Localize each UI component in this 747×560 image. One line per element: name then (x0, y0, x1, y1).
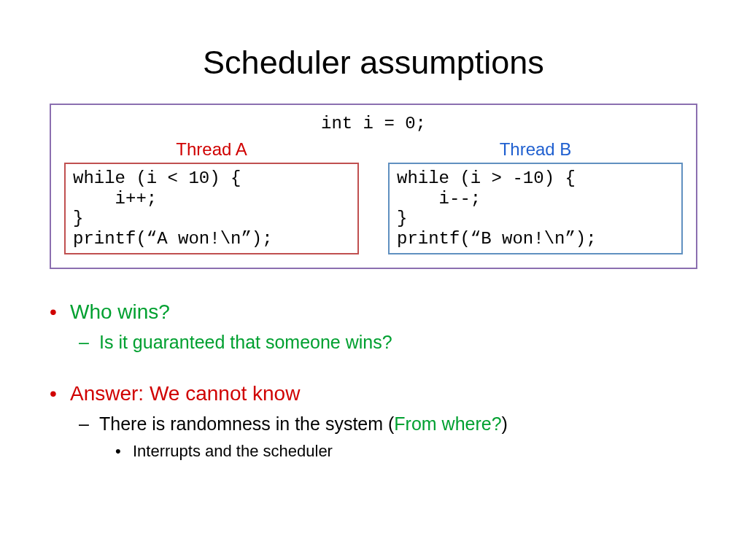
bullet-guaranteed: –Is it guaranteed that someone wins? (79, 330, 697, 355)
bullet-dot-icon: • (50, 380, 70, 408)
code-container: int i = 0; Thread A while (i < 10) { i++… (50, 104, 697, 269)
bullet-list: •Who wins? –Is it guaranteed that someon… (50, 298, 697, 462)
thread-a: Thread A while (i < 10) { i++; } printf(… (64, 139, 359, 254)
bullet-text-green: From where? (394, 413, 501, 434)
bullet-dot-icon: • (115, 440, 133, 462)
bullet-dot-icon: • (50, 298, 70, 326)
thread-a-code: while (i < 10) { i++; } printf(“A won!\n… (64, 163, 359, 254)
bullet-randomness: –There is randomness in the system (From… (79, 412, 697, 437)
thread-a-label: Thread A (64, 139, 359, 160)
thread-b: Thread B while (i > -10) { i--; } printf… (388, 139, 683, 254)
bullet-text: Interrupts and the scheduler (133, 442, 333, 460)
thread-columns: Thread A while (i < 10) { i++; } printf(… (64, 139, 683, 254)
dash-icon: – (79, 412, 99, 437)
bullet-text: Who wins? (70, 300, 170, 323)
thread-b-code: while (i > -10) { i--; } printf(“B won!\… (388, 163, 683, 254)
slide: Scheduler assumptions int i = 0; Thread … (0, 0, 747, 560)
slide-title: Scheduler assumptions (50, 0, 697, 104)
bullet-text: Answer: We cannot know (70, 382, 300, 405)
bullet-text-post: ) (502, 413, 508, 434)
dash-icon: – (79, 330, 99, 355)
bullet-text: Is it guaranteed that someone wins? (99, 332, 392, 352)
bullet-interrupts: •Interrupts and the scheduler (115, 440, 697, 462)
shared-code: int i = 0; (64, 114, 683, 133)
bullet-who-wins: •Who wins? (50, 298, 697, 326)
bullet-text-pre: There is randomness in the system ( (99, 413, 394, 434)
thread-b-label: Thread B (388, 139, 683, 160)
bullet-answer: •Answer: We cannot know (50, 380, 697, 408)
